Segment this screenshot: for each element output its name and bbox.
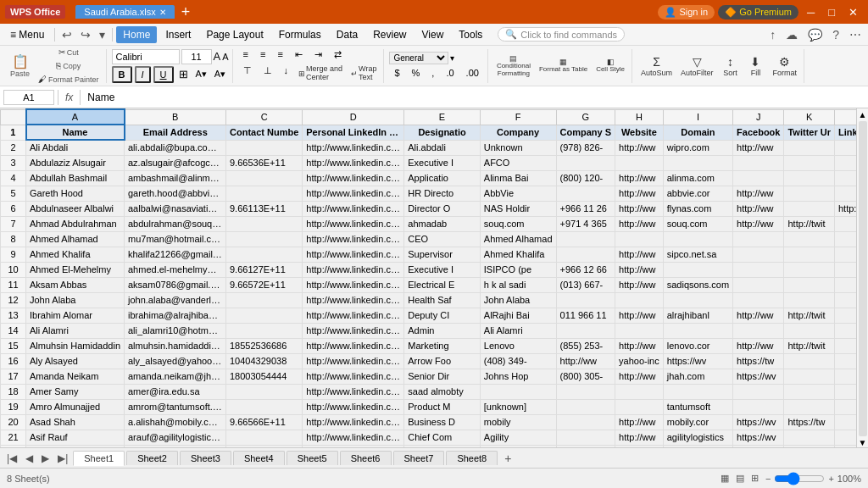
align-left-icon[interactable]: ≡ [238,47,253,62]
zoom-slider[interactable] [774,472,825,485]
decimal-increase-icon[interactable]: .0 [441,66,459,80]
new-tab-button[interactable]: + [178,3,194,21]
table-cell[interactable] [835,292,857,308]
col-header-D[interactable]: D [303,109,404,125]
col-header-I[interactable]: I [663,109,732,125]
table-cell[interactable]: Ali Alamri [26,323,125,338]
table-cell[interactable] [784,170,835,186]
table-cell[interactable]: khalifa21266@gmail.com [125,247,226,262]
settings-icon[interactable]: ⋯ [846,26,865,43]
grid-scroll[interactable]: A B C D E F G H I J K L M [0,108,856,447]
font-size-input[interactable] [181,49,212,64]
maximize-button[interactable]: □ [823,6,840,19]
table-cell[interactable] [733,384,784,399]
table-cell[interactable]: CEO [404,231,481,247]
table-cell[interactable]: 18552536686 [226,338,303,353]
table-cell[interactable] [663,384,732,399]
table-cell[interactable]: http://ww [615,277,664,292]
table-cell[interactable]: john.alaba@vanderlande.com [125,292,226,308]
table-cell[interactable]: Agility [480,430,556,445]
table-cell[interactable]: jhah.com [663,369,732,384]
table-header-cell[interactable]: Website [615,125,664,140]
table-cell[interactable]: http://www.linkedin.com/in [303,247,404,262]
table-cell[interactable]: (855) 253- [556,338,615,353]
table-cell[interactable]: Asif Rauf [26,430,125,445]
table-cell[interactable]: a.alishah@mobily.com.sa [125,414,226,430]
table-cell[interactable]: wipro.com [663,140,732,155]
table-cell[interactable]: http://twit [784,308,835,323]
table-cell[interactable] [733,247,784,262]
table-cell[interactable] [733,323,784,338]
sheet-tab-last-button[interactable]: ▶| [54,451,71,466]
table-cell[interactable]: ibrahima@alrajhibank.com [125,308,226,323]
text-direction-icon[interactable]: ⇄ [329,47,347,62]
table-cell[interactable]: http://www.linkedin.com/in/aly-alsaye [303,353,404,369]
table-cell[interactable]: John Alaba [480,292,556,308]
table-cell[interactable]: John Alaba [26,292,125,308]
table-cell[interactable]: ahmadab [404,216,481,231]
table-cell[interactable]: AbbVie [480,186,556,201]
table-cell[interactable]: (978) 826- [556,140,615,155]
table-cell[interactable]: http://www.linkedin.com/in [303,430,404,445]
menu-item-formulas[interactable]: Formulas [272,26,328,43]
table-cell[interactable]: https://wv [733,369,784,384]
col-header-B[interactable]: B [125,109,226,125]
table-cell[interactable]: http://www.linkedin.com/in/amer-sam [303,384,404,399]
table-cell[interactable] [556,186,615,201]
table-cell[interactable]: http://ww [733,186,784,201]
table-cell[interactable]: saad almobty [404,384,481,399]
table-cell[interactable] [733,170,784,186]
help-icon[interactable]: ? [829,26,843,43]
number-format-select[interactable]: General [389,52,448,64]
search-command[interactable]: 🔍 Click to find commands [498,27,625,42]
table-cell[interactable] [556,399,615,414]
table-cell[interactable]: http://ww [615,369,664,384]
table-cell[interactable]: GM Produ [404,445,481,447]
table-cell[interactable]: http://ww [615,445,664,447]
sheet-tab-first-button[interactable]: |◀ [3,451,20,466]
cut-button[interactable]: ✂ Cut [35,46,103,58]
sheet-tab-2[interactable]: Sheet2 [126,451,178,465]
table-cell[interactable]: Director O [404,201,481,216]
table-cell[interactable]: 011 966 11 [556,308,615,323]
table-cell[interactable]: http://www.linkedin.com/in [303,186,404,201]
table-cell[interactable]: Unknown [480,140,556,155]
close-button[interactable]: ✕ [843,6,863,19]
table-cell[interactable] [663,155,732,170]
scroll-up-button[interactable]: ▲ [859,110,867,119]
table-cell[interactable]: sipco.net.sa [663,247,732,262]
wps-logo[interactable]: WPS Office [5,5,65,19]
bold-button[interactable]: B [112,66,132,83]
table-cell[interactable]: az.alsugair@afcogcc.com [125,155,226,170]
table-cell[interactable]: Alinma Bai [480,170,556,186]
table-cell[interactable]: AFCO [480,155,556,170]
premium-button[interactable]: 🔶 Go Premium [718,5,798,19]
col-header-G[interactable]: G [556,109,615,125]
table-cell[interactable] [226,430,303,445]
cell-reference-input[interactable] [3,90,54,105]
sheet-tab-8[interactable]: Sheet8 [446,451,498,465]
table-cell[interactable]: https://tw [784,414,835,430]
add-sheet-button[interactable]: + [499,450,516,467]
table-cell[interactable]: Abdulaziz Alsugair [26,155,125,170]
increase-indent-icon[interactable]: ⇥ [309,47,327,62]
font-color-icon[interactable]: A▾ [212,67,228,81]
table-cell[interactable]: souq.com [663,216,732,231]
table-cell[interactable]: http://www.linkedin.com/in [303,369,404,384]
menu-item-insert[interactable]: Insert [159,26,198,43]
format-as-table-button[interactable]: ▦ Format as Table [536,56,591,75]
col-header-F[interactable]: F [480,109,556,125]
table-cell[interactable]: http://ww [615,170,664,186]
table-cell[interactable]: (013) 667- [556,277,615,292]
table-cell[interactable]: arauf@agilitylogistics.com [125,430,226,445]
view-normal-icon[interactable]: ▦ [721,473,729,484]
table-cell[interactable] [835,186,857,201]
currency-icon[interactable]: $ [389,66,404,80]
table-cell[interactable] [784,201,835,216]
table-cell[interactable] [615,323,664,338]
align-right-icon[interactable]: ≡ [272,47,287,62]
table-cell[interactable]: http://ww [733,445,784,447]
table-cell[interactable]: Ahmed Alhamad [26,231,125,247]
table-cell[interactable]: Deputy CI [404,308,481,323]
table-cell[interactable]: Applicatio [404,170,481,186]
